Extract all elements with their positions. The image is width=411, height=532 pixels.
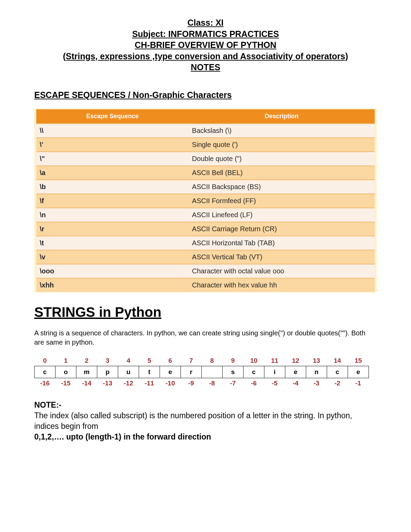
index-cell: 7 [181,356,202,366]
header-line-topics: (Strings, expressions ,type conversion a… [34,51,377,62]
cell-description: ASCII Carriage Return (CR) [189,222,375,236]
cell-description: ASCII Horizontal Tab (TAB) [189,236,375,250]
cell-description: Single quote (') [189,138,375,152]
index-cell: u [118,366,139,378]
cell-sequence: \v [36,250,189,264]
table-row: \aASCII Bell (BEL) [36,166,375,180]
index-cell: s [223,366,244,378]
index-cell: 1 [55,356,76,366]
table-row: \vASCII Vertical Tab (VT) [36,250,375,264]
index-cell: -3 [306,378,327,388]
index-cell: -2 [327,378,348,388]
index-cell: e [285,366,306,378]
index-cell: -11 [139,378,160,388]
table-row: \\Backslash (\) [36,124,375,138]
header-line-chapter: CH-BRIEF OVERVIEW OF PYTHON [34,39,377,51]
cell-sequence: \f [36,194,189,208]
cell-sequence: \r [36,222,189,236]
index-cell: 15 [348,356,369,366]
index-cell: 10 [244,356,264,366]
table-row: \'Single quote (') [36,138,375,152]
index-cell: c [244,366,264,378]
index-cell: 5 [139,356,160,366]
table-row: \"Double quote (") [36,152,375,166]
index-cell: -14 [76,378,97,388]
index-cell [202,366,223,378]
cell-sequence: \n [36,208,189,222]
cell-sequence: \' [36,138,189,152]
cell-sequence: \ooo [36,264,189,278]
cell-description: Character with octal value ooo [189,264,375,278]
string-index-diagram: 0123456789101112131415 computer science … [34,356,369,388]
cell-sequence: \t [36,236,189,250]
table-head-sequence: Escape Sequence [36,109,189,124]
table-row: \rASCII Carriage Return (CR) [36,222,375,236]
index-cell: 9 [223,356,244,366]
section-title-escape: ESCAPE SEQUENCES / Non-Graphic Character… [34,90,377,100]
index-cell: e [160,366,181,378]
index-cell: 11 [264,356,285,366]
index-cell: i [264,366,285,378]
header-line-notes: NOTES [34,62,377,73]
note-bold-line: 0,1,2,…. upto (length-1) in the forward … [34,432,377,442]
table-head-description: Description [189,109,375,124]
cell-sequence: \xhh [36,278,189,292]
cell-description: Double quote (") [189,152,375,166]
cell-description: ASCII Formfeed (FF) [189,194,375,208]
index-cell: m [76,366,97,378]
cell-description: ASCII Vertical Tab (VT) [189,250,375,264]
cell-sequence: \a [36,166,189,180]
index-cell: -12 [118,378,139,388]
index-cell: -6 [244,378,264,388]
table-row: \nASCII Linefeed (LF) [36,208,375,222]
note-body: The index (also called subscript) is the… [34,410,377,432]
index-cell: c [35,366,55,378]
index-cell: -7 [223,378,244,388]
strings-heading: STRINGS in Python [34,305,377,320]
index-cell: 4 [118,356,139,366]
table-row: \oooCharacter with octal value ooo [36,264,375,278]
document-header: Class: XI Subject: INFORMATICS PRACTICES… [34,17,377,73]
cell-description: ASCII Bell (BEL) [189,166,375,180]
cell-sequence: \" [36,152,189,166]
index-cell: 13 [306,356,327,366]
index-cell: 8 [202,356,223,366]
cell-description: Character with hex value hh [189,278,375,292]
index-cell: -5 [264,378,285,388]
index-cell: e [348,366,369,378]
escape-sequence-table: Escape Sequence Description \\Backslash … [36,109,375,292]
index-cell: -9 [181,378,202,388]
index-cell: -16 [35,378,55,388]
index-cell: -1 [348,378,369,388]
header-line-class: Class: XI [34,17,377,28]
cell-sequence: \b [36,180,189,194]
index-cell: 0 [35,356,55,366]
cell-description: ASCII Backspace (BS) [189,180,375,194]
index-cell: c [327,366,348,378]
index-cell: 6 [160,356,181,366]
cell-description: Backslash (\) [189,124,375,138]
cell-description: ASCII Linefeed (LF) [189,208,375,222]
index-cell: 2 [76,356,97,366]
index-cell: n [306,366,327,378]
index-cell: p [97,366,118,378]
index-cell: 12 [285,356,306,366]
header-line-subject: Subject: INFORMATICS PRACTICES [34,28,377,40]
index-cell: -13 [97,378,118,388]
table-row: \tASCII Horizontal Tab (TAB) [36,236,375,250]
index-cell: 14 [327,356,348,366]
note-title: NOTE:- [34,400,377,410]
index-cell: r [181,366,202,378]
index-cell: -8 [202,378,223,388]
table-row: \bASCII Backspace (BS) [36,180,375,194]
index-cell: -4 [285,378,306,388]
escape-table-wrap: Escape Sequence Description \\Backslash … [34,109,377,293]
cell-sequence: \\ [36,124,189,138]
index-cell: t [139,366,160,378]
index-cell: o [55,366,76,378]
strings-paragraph: A string is a sequence of characters. In… [34,329,377,347]
index-cell: -10 [160,378,181,388]
table-row: \xhhCharacter with hex value hh [36,278,375,292]
table-row: \fASCII Formfeed (FF) [36,194,375,208]
index-cell: -15 [55,378,76,388]
